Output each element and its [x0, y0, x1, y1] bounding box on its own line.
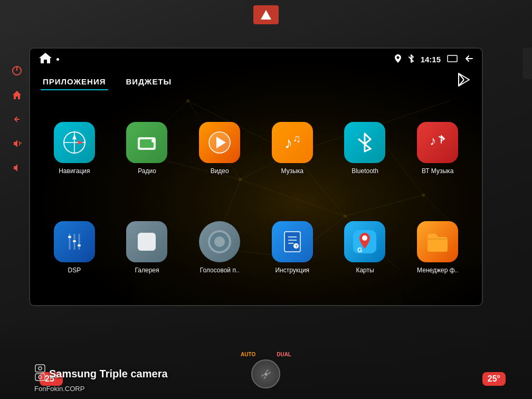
- svg-point-41: [151, 139, 155, 142]
- back-side-button[interactable]: [10, 112, 24, 127]
- app-item-bluetooth[interactable]: Bluetooth: [331, 101, 399, 195]
- hazard-area: [245, 0, 287, 29]
- dual-label: DUAL: [277, 352, 291, 357]
- app-item-video[interactable]: Видео: [186, 101, 253, 195]
- status-left: [39, 52, 59, 66]
- app-label-radio: Радио: [138, 167, 156, 175]
- app-item-filemanager[interactable]: Менеджер ф..: [404, 201, 471, 294]
- location-icon: [394, 54, 402, 64]
- app-icon-music: ♪ ♫: [272, 122, 313, 163]
- watermark: Samsung Triple camera FonFokin.CORP: [34, 364, 168, 393]
- watermark-logo: Samsung Triple camera: [34, 364, 168, 384]
- power-button[interactable]: [10, 63, 24, 78]
- play-store-button[interactable]: [457, 72, 471, 90]
- temperature-right-display[interactable]: 25°: [482, 372, 506, 386]
- svg-rect-57: [284, 232, 300, 252]
- svg-point-56: [214, 236, 225, 247]
- app-label-maps: Карты: [356, 267, 374, 274]
- svg-rect-67: [35, 365, 45, 372]
- tab-widgets[interactable]: ВИДЖЕТЫ: [124, 73, 174, 90]
- app-label-video: Видео: [211, 167, 229, 175]
- left-side-buttons: [10, 63, 24, 175]
- back-arrow-icon[interactable]: [464, 55, 473, 64]
- app-item-manual[interactable]: ? Инструкция: [259, 201, 326, 294]
- svg-point-71: [264, 373, 268, 376]
- app-icon-dsp: [54, 221, 95, 262]
- app-item-navigation[interactable]: Навигация: [41, 101, 108, 195]
- app-item-music[interactable]: ♪ ♫ Музыка: [259, 101, 326, 195]
- app-item-bt-music[interactable]: ♪ ВТ Музыка: [404, 101, 471, 195]
- app-icon-maps: G: [344, 221, 385, 262]
- svg-text:G: G: [357, 246, 362, 254]
- app-item-voice[interactable]: Голосовой п..: [186, 201, 253, 294]
- app-label-manual: Инструкция: [276, 267, 310, 274]
- svg-text:?: ?: [295, 244, 298, 249]
- svg-text:♫: ♫: [293, 132, 301, 144]
- screen-inner: 14:15 ПРИЛОЖЕНИЯ ВИДЖЕТЫ: [30, 49, 482, 305]
- svg-point-68: [39, 367, 42, 370]
- app-item-radio[interactable]: Радио: [113, 101, 181, 195]
- bluetooth-status-icon: [408, 54, 414, 64]
- fan-button[interactable]: [252, 359, 281, 388]
- svg-rect-51: [73, 240, 76, 242]
- svg-point-29: [396, 56, 399, 59]
- app-icon-voice: [199, 221, 240, 262]
- right-notch: [522, 48, 532, 79]
- fan-labels: AUTO DUAL: [241, 352, 291, 357]
- window-icon: [447, 55, 458, 64]
- app-label-bluetooth: Bluetooth: [352, 167, 378, 175]
- tabs-bar: ПРИЛОЖЕНИЯ ВИДЖЕТЫ: [30, 72, 482, 90]
- app-label-bt-music: ВТ Музыка: [422, 167, 453, 175]
- svg-rect-30: [448, 55, 457, 62]
- app-label-filemanager: Менеджер ф..: [417, 267, 458, 274]
- app-icon-manual: ?: [272, 221, 313, 262]
- app-item-gallery[interactable]: Галерея: [113, 201, 181, 294]
- volume-up-button[interactable]: [10, 136, 24, 151]
- app-icon-video: [199, 122, 240, 163]
- camera-icon: [34, 364, 46, 384]
- svg-point-70: [39, 376, 42, 379]
- temp-right-value: 25°: [488, 374, 500, 383]
- app-icon-bluetooth: [344, 122, 385, 163]
- svg-rect-53: [138, 233, 156, 251]
- status-right: 14:15: [394, 54, 473, 64]
- app-label-gallery: Галерея: [135, 267, 159, 274]
- app-icon-radio: [126, 122, 167, 163]
- app-label-dsp: DSP: [68, 267, 81, 274]
- svg-text:♪: ♪: [284, 134, 292, 151]
- tab-apps[interactable]: ПРИЛОЖЕНИЯ: [41, 73, 108, 90]
- home-side-button[interactable]: [10, 88, 24, 102]
- watermark-title: Samsung Triple camera: [49, 368, 168, 380]
- svg-rect-69: [35, 374, 45, 381]
- hazard-button[interactable]: [253, 5, 279, 24]
- status-bar: 14:15: [30, 49, 482, 70]
- app-label-navigation: Навигация: [59, 167, 90, 175]
- time-display: 14:15: [421, 55, 441, 64]
- home-status-icon[interactable]: [39, 52, 52, 66]
- app-icon-bt-music: ♪: [417, 122, 458, 163]
- app-item-maps[interactable]: G Карты: [331, 201, 399, 294]
- fan-control-center: AUTO DUAL: [241, 352, 291, 388]
- status-dot: [56, 58, 59, 61]
- app-icon-navigation: [54, 122, 95, 163]
- app-icon-gallery: [126, 221, 167, 262]
- auto-label: AUTO: [241, 352, 255, 357]
- watermark-subtitle: FonFokin.CORP: [34, 385, 168, 393]
- svg-point-65: [362, 235, 367, 241]
- svg-text:♪: ♪: [430, 134, 436, 148]
- app-item-dsp[interactable]: DSP: [41, 201, 108, 294]
- apps-grid: Навигация Радио: [41, 101, 471, 294]
- app-label-voice: Голосовой п..: [200, 267, 240, 274]
- hazard-triangle-icon: [261, 10, 271, 20]
- app-label-music: Музыка: [281, 167, 303, 175]
- svg-rect-50: [68, 236, 71, 238]
- svg-rect-52: [78, 244, 81, 246]
- app-icon-filemanager: [417, 221, 458, 262]
- volume-down-button[interactable]: [10, 160, 24, 175]
- main-screen: 14:15 ПРИЛОЖЕНИЯ ВИДЖЕТЫ: [29, 48, 483, 306]
